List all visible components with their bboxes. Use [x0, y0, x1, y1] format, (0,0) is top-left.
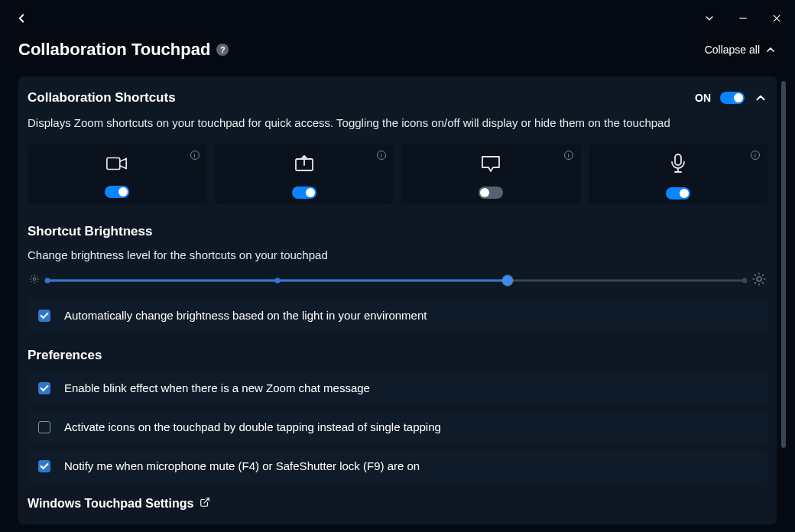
info-icon[interactable]: i: [190, 151, 200, 160]
brightness-high-icon: [752, 272, 766, 289]
auto-brightness-row[interactable]: Automatically change brightness based on…: [28, 300, 767, 331]
back-button[interactable]: [11, 8, 32, 29]
scrollbar-thumb[interactable]: [781, 81, 786, 448]
shortcut-cards: i i i i: [28, 144, 767, 204]
svg-line-14: [37, 281, 37, 282]
svg-point-17: [757, 277, 761, 281]
shortcut-toggle-video[interactable]: [105, 186, 129, 198]
pref-label: Enable blink effect when there is a new …: [64, 381, 370, 394]
chevron-up-icon: [764, 44, 777, 56]
pref-label: Notify me when microphone mute (F4) or S…: [64, 459, 420, 472]
scrollbar[interactable]: [781, 81, 786, 514]
collab-status-label: ON: [695, 92, 711, 104]
windows-touchpad-link[interactable]: Windows Touchpad Settings: [28, 497, 767, 511]
section-collapse-icon[interactable]: [754, 91, 767, 105]
info-icon[interactable]: i: [751, 151, 760, 160]
share-icon: [294, 154, 315, 176]
info-icon[interactable]: i: [564, 151, 573, 160]
collapse-all-button[interactable]: Collapse all: [705, 44, 777, 56]
svg-line-25: [762, 274, 764, 276]
prefs-title: Preferences: [28, 348, 767, 363]
svg-line-13: [31, 276, 32, 277]
pref-row-blink[interactable]: Enable blink effect when there is a new …: [28, 372, 767, 404]
svg-line-26: [204, 498, 209, 503]
minimize-button[interactable]: [735, 11, 751, 26]
brightness-desc: Change brightness level for the shortcut…: [28, 248, 767, 261]
svg-line-22: [754, 274, 756, 276]
shortcut-toggle-share[interactable]: [292, 187, 316, 199]
pref-checkbox-blink[interactable]: [38, 382, 50, 394]
external-link-icon: [200, 497, 210, 511]
collab-master-toggle[interactable]: [720, 92, 745, 104]
svg-line-24: [754, 282, 756, 284]
shortcut-card-video: i: [28, 144, 207, 204]
ext-link-label: Windows Touchpad Settings: [28, 497, 193, 511]
close-button[interactable]: [769, 11, 784, 26]
svg-line-23: [762, 282, 764, 284]
pref-checkbox-notify[interactable]: [38, 460, 50, 472]
settings-panel: Collaboration Shortcuts ON Displays Zoom…: [18, 76, 777, 524]
svg-line-15: [31, 281, 32, 282]
pref-label: Activate icons on the touchpad by double…: [64, 420, 441, 433]
shortcut-card-mic: i: [589, 144, 768, 204]
section-title-collab: Collaboration Shortcuts: [28, 90, 176, 105]
shortcut-toggle-chat[interactable]: [479, 187, 503, 199]
pref-checkbox-doubletap[interactable]: [38, 421, 50, 433]
video-icon: [105, 155, 128, 175]
titlebar: [0, 0, 795, 37]
svg-point-8: [33, 277, 36, 281]
mic-icon: [670, 154, 686, 177]
svg-rect-3: [107, 158, 120, 170]
pref-row-notify[interactable]: Notify me when microphone mute (F4) or S…: [28, 450, 767, 482]
brightness-title: Shortcut Brightness: [28, 224, 767, 239]
auto-brightness-label: Automatically change brightness based on…: [64, 309, 427, 322]
pref-row-doubletap[interactable]: Activate icons on the touchpad by double…: [28, 411, 767, 443]
help-icon[interactable]: ?: [216, 44, 229, 56]
svg-line-16: [37, 276, 37, 277]
collapse-all-label: Collapse all: [705, 44, 760, 56]
brightness-low-icon: [29, 274, 40, 287]
svg-rect-5: [675, 154, 681, 165]
shortcut-toggle-mic[interactable]: [666, 187, 690, 200]
brightness-slider[interactable]: [47, 273, 745, 288]
dropdown-button[interactable]: [702, 11, 717, 26]
scroll-area: Collaboration Shortcuts ON Displays Zoom…: [18, 76, 786, 532]
collab-desc: Displays Zoom shortcuts on your touchpad…: [28, 115, 767, 131]
page-header: Collaboration Touchpad ? Collapse all: [0, 37, 795, 70]
page-title: Collaboration Touchpad: [18, 40, 210, 60]
shortcut-card-share: i: [215, 144, 394, 204]
shortcut-card-chat: i: [401, 144, 581, 204]
auto-brightness-checkbox[interactable]: [38, 310, 50, 322]
info-icon[interactable]: i: [377, 151, 386, 160]
chat-icon: [480, 154, 501, 176]
